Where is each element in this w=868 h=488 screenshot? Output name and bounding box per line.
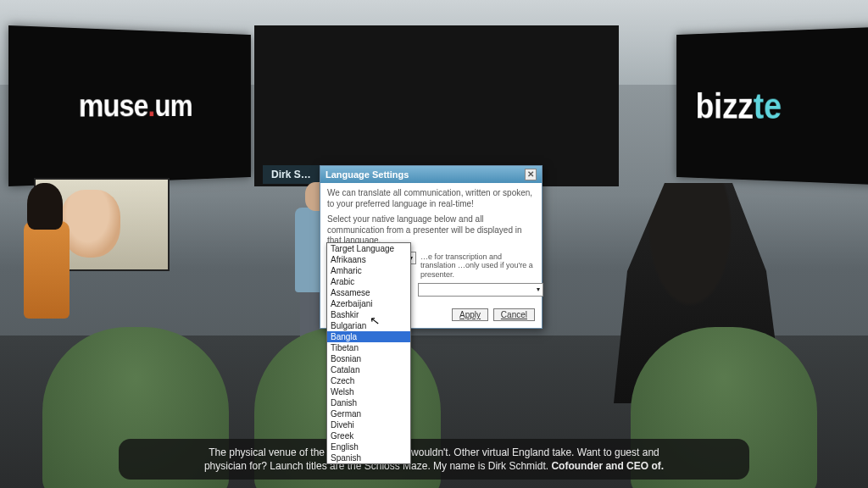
chevron-down-icon: ▾ [537,286,540,293]
brand-bizztech-logo: bizzte [676,25,868,186]
language-option[interactable]: Afrikaans [327,254,410,265]
language-option[interactable]: Azerbaijani [327,298,410,309]
caption-line2-bold: Cofounder and CEO of. [551,460,664,472]
language-option[interactable]: Amharic [327,265,410,276]
brand-left-pre: muse [79,88,148,124]
presentation-screen-left: muse.um [8,25,251,186]
apply-button[interactable]: Apply [452,308,488,321]
presentation-screen-center [254,25,619,186]
language-option[interactable]: Czech [327,375,410,386]
cancel-button[interactable]: Cancel [493,308,535,321]
language-option[interactable]: Arabic [327,276,410,287]
dialog-title-text: Language Settings [326,169,409,180]
dialog-instruction-text: Select your native language below and al… [327,214,535,247]
close-icon[interactable]: ✕ [525,169,537,180]
voice-language-dropdown[interactable]: ▾ [418,283,543,297]
language-option[interactable]: Danish [327,397,410,408]
language-option[interactable]: Bangla [327,331,410,342]
language-option[interactable]: German [327,408,410,419]
caption-line1: The physical venue of the castle. Merseb… [209,446,659,458]
language-option[interactable]: Divehi [327,419,410,430]
brand-right-accent: te [754,85,782,127]
presenter-voice-note: …e for transcription and translation …on… [420,252,535,280]
dialog-titlebar[interactable]: Language Settings ✕ [320,166,542,183]
language-option[interactable]: Tibetan [327,342,410,353]
language-option[interactable]: Assamese [327,287,410,298]
dialog-intro-text: We can translate all communication, writ… [327,188,535,209]
subtitle-caption: The physical venue of the castle. Merseb… [119,439,749,480]
language-option[interactable]: Welsh [327,386,410,397]
language-option[interactable]: Bashkir [327,309,410,320]
language-option[interactable]: Bosnian [327,353,410,364]
brand-left-post: um [154,89,192,123]
brand-museum-logo: muse.um [8,25,251,186]
language-option[interactable]: Catalan [327,364,410,375]
language-option[interactable]: Bulgarian [327,320,410,331]
language-option[interactable]: Greek [327,430,410,441]
target-language-option-list[interactable]: Target LanguageAfrikaansAmharicArabicAss… [326,242,411,464]
brand-left-dot: . [148,89,155,123]
avatar-audience-woman [17,183,81,344]
language-option[interactable]: Target Language [327,243,410,254]
brand-right-pre: bizz [696,85,754,127]
language-option[interactable]: Spanish [327,452,410,463]
language-option[interactable]: English [327,441,410,452]
presentation-screen-right: bizzte [676,25,868,186]
